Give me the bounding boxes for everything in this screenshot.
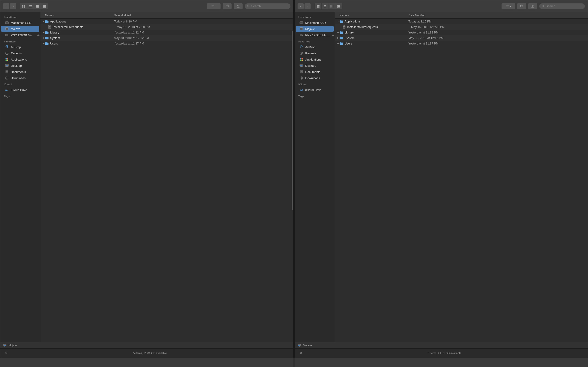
scroll-indicator-left[interactable]	[292, 31, 293, 210]
svg-rect-96	[299, 346, 300, 346]
svg-rect-16	[212, 7, 213, 7]
list-view-button-left[interactable]	[27, 3, 34, 9]
svg-rect-10	[43, 5, 46, 7]
table-row[interactable]: ▼ Applications Today at 8:10 PM	[335, 19, 588, 24]
disclosure-triangle-left-3[interactable]: ▶	[42, 36, 45, 39]
table-row[interactable]: installer.failurerequests May 15, 2018 a…	[40, 24, 293, 30]
close-button-left[interactable]: ✕	[4, 351, 9, 356]
sidebar-item-recents-right[interactable]: Recents	[296, 50, 334, 56]
finder-window-left: ‹ ›	[0, 0, 294, 358]
disclosure-triangle-left-4[interactable]: ▶	[42, 42, 45, 45]
svg-rect-91	[343, 26, 345, 27]
icon-view-button-left[interactable]	[20, 3, 27, 9]
svg-rect-9	[38, 5, 39, 8]
svg-rect-88	[301, 72, 302, 72]
file-name-right-1: installer.failurerequests	[347, 25, 378, 29]
sidebar-item-recents-left[interactable]: Recents	[1, 50, 39, 56]
disclosure-triangle-right-2[interactable]: ▶	[337, 31, 339, 34]
col-name-header-left[interactable]: Name ▾	[45, 14, 114, 17]
name-cell-right-1: installer.failurerequests	[342, 25, 411, 29]
table-row[interactable]: ▶ System May 30, 2018 at 12:12 PM	[335, 35, 588, 41]
sidebar-item-airdrop-right[interactable]: AirDrop	[296, 44, 334, 50]
disclosure-triangle-right-4[interactable]: ▶	[337, 42, 339, 45]
svg-rect-93	[343, 27, 345, 28]
column-view-button-right[interactable]	[329, 3, 335, 9]
list-view-button-right[interactable]	[321, 3, 329, 9]
sidebar-label-downloads-right: Downloads	[305, 76, 320, 80]
bottom-bar-left: ✕ 5 items, 21.01 GB available	[0, 348, 293, 358]
search-box-right[interactable]: Search	[539, 3, 585, 9]
sidebar-item-icloud-drive-left[interactable]: iCloud Drive	[1, 87, 39, 93]
sidebar-label-applications-right: Applications	[305, 58, 321, 61]
action-button-left[interactable]	[223, 3, 232, 9]
sidebar-item-airdrop-left[interactable]: AirDrop	[1, 44, 39, 50]
status-bar-left: Mojave	[0, 342, 293, 348]
eject-icon-left[interactable]: ⏏	[37, 34, 40, 37]
documents-icon-left	[5, 70, 9, 74]
action-button-right[interactable]	[517, 3, 526, 9]
sidebar-label-airdrop-left: AirDrop	[11, 45, 21, 49]
sort-arrow-right: ▾	[348, 14, 349, 17]
sidebar-label-downloads-left: Downloads	[11, 76, 26, 80]
disclosure-triangle-right-0[interactable]: ▼	[337, 20, 339, 23]
svg-rect-49	[317, 5, 318, 6]
icon-view-button-right[interactable]	[315, 3, 321, 9]
svg-rect-11	[43, 7, 44, 8]
sidebar-item-mojave-left[interactable]: Mojave	[1, 26, 39, 32]
sidebar-item-pny-left[interactable]: PNY 128GB Mic… ⏏	[1, 32, 39, 38]
downloads-icon-left	[5, 76, 9, 80]
col-date-header-right[interactable]: Date Modified	[408, 14, 586, 17]
disclosure-triangle-left-2[interactable]: ▶	[42, 31, 45, 34]
sidebar-item-downloads-left[interactable]: Downloads	[1, 75, 39, 81]
svg-rect-53	[324, 5, 326, 6]
col-date-header-left[interactable]: Date Modified	[114, 14, 292, 17]
disclosure-triangle-left-0[interactable]: ▼	[42, 20, 45, 23]
sort-button-left[interactable]: ▾	[207, 3, 221, 9]
sidebar-item-documents-left[interactable]: Documents	[1, 69, 39, 75]
name-cell-right-3: System	[339, 36, 408, 40]
back-button-left[interactable]: ‹	[3, 3, 9, 9]
sidebar-item-documents-right[interactable]: Documents	[296, 69, 334, 75]
table-row[interactable]: ▼ Applications Today at 8:10 PM	[40, 19, 293, 24]
col-name-header-right[interactable]: Name ▾	[339, 14, 408, 17]
sidebar-item-desktop-right[interactable]: Desktop	[296, 63, 334, 69]
forward-button-left[interactable]: ›	[10, 3, 16, 9]
table-row[interactable]: ▶ Users Yesterday at 11:37 PM	[335, 41, 588, 46]
gallery-view-button-left[interactable]	[41, 3, 48, 9]
svg-rect-8	[37, 5, 38, 8]
sidebar-item-applications-left[interactable]: Applications	[1, 56, 39, 62]
sidebar-item-applications-right[interactable]: Applications	[296, 56, 334, 62]
forward-button-right[interactable]: ›	[304, 3, 311, 9]
name-cell-right-4: Users	[339, 42, 408, 45]
file-name-left-1: installer.failurerequests	[53, 25, 83, 29]
sidebar-item-icloud-drive-right[interactable]: iCloud Drive	[296, 87, 334, 93]
table-row[interactable]: ▶ Library Yesterday at 11:32 PM	[335, 30, 588, 35]
svg-rect-15	[212, 6, 213, 6]
search-box-left[interactable]: Search	[245, 3, 291, 9]
toolbar-right: ‹ ›	[295, 0, 588, 12]
sidebar-item-macintosh-ssd-left[interactable]: Macintosh SSD	[1, 20, 39, 26]
disclosure-triangle-right-3[interactable]: ▶	[337, 36, 339, 39]
svg-point-76	[301, 47, 302, 48]
sidebar-item-pny-right[interactable]: PNY 128GB Mic… ⏏	[296, 32, 334, 38]
close-button-right[interactable]: ✕	[298, 351, 303, 356]
table-row[interactable]: ▶ Library Yesterday at 11:32 PM	[40, 30, 293, 35]
sidebar-item-downloads-right[interactable]: Downloads	[296, 75, 334, 81]
table-row[interactable]: ▶ Users Yesterday at 11:37 PM	[40, 41, 293, 46]
sidebar-item-macintosh-ssd-right[interactable]: Macintosh SSD	[296, 20, 334, 26]
column-view-button-left[interactable]	[34, 3, 41, 9]
eject-icon-right[interactable]: ⏏	[332, 34, 334, 37]
svg-rect-65	[506, 7, 507, 7]
sidebar-label-macintosh-ssd-left: Macintosh SSD	[11, 21, 32, 25]
back-button-right[interactable]: ‹	[297, 3, 304, 9]
svg-rect-87	[301, 71, 302, 71]
share-button-left[interactable]	[233, 3, 243, 9]
sort-button-right[interactable]: ▾	[502, 3, 515, 9]
gallery-view-button-right[interactable]	[335, 3, 342, 9]
sidebar-item-desktop-left[interactable]: Desktop	[1, 63, 39, 69]
sidebar-item-mojave-right[interactable]: Mojave	[296, 26, 334, 32]
svg-rect-97	[299, 346, 300, 347]
table-row[interactable]: ▶ System May 30, 2018 at 12:12 PM	[40, 35, 293, 41]
share-button-right[interactable]	[528, 3, 537, 9]
table-row[interactable]: installer.failurerequests May 15, 2018 a…	[335, 24, 588, 30]
